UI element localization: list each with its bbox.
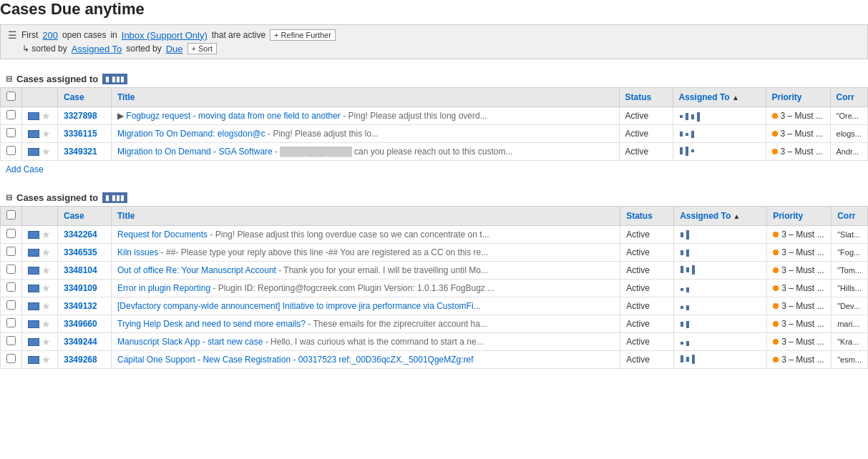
col-priority-header[interactable]: Priority [766, 88, 830, 107]
case-number-link[interactable]: 3349132 [64, 301, 97, 311]
col-status-header2[interactable]: Status [620, 207, 674, 226]
case-title-link[interactable]: Error in plugin Reporting [117, 283, 210, 293]
col-assigned-header[interactable]: Assigned To ▲ [673, 88, 766, 107]
email-icon [28, 231, 39, 239]
priority-cell: 3 – Must ... [766, 143, 830, 161]
title-excerpt: - ##- Please type your reply above this … [161, 247, 489, 257]
case-number-link[interactable]: 3342264 [64, 230, 97, 240]
priority-dot [773, 267, 779, 273]
avatar-bar [691, 149, 694, 152]
col-corr-header2[interactable]: Corr [832, 207, 868, 226]
star-icon[interactable]: ★ [42, 318, 51, 330]
star-icon[interactable]: ★ [42, 110, 51, 122]
star-icon[interactable]: ★ [42, 354, 51, 365]
row-checkbox[interactable] [6, 318, 16, 327]
star-icon[interactable]: ★ [42, 247, 51, 258]
refine-further-button[interactable]: + Refine Further [270, 29, 336, 41]
star-icon[interactable]: ★ [42, 282, 51, 294]
sort-field1-link[interactable]: Assigned To [72, 44, 122, 54]
status-cell: Active [620, 351, 674, 369]
avatar-bar [681, 232, 683, 237]
avatar-bar [691, 131, 694, 138]
filter-count-link[interactable]: 200 [42, 30, 58, 41]
row-checkbox[interactable] [6, 128, 16, 137]
star-icon[interactable]: ★ [42, 300, 51, 312]
priority-dot [773, 250, 779, 255]
col-title-header[interactable]: Title [112, 88, 620, 107]
select-all-checkbox1[interactable] [6, 92, 16, 101]
row-checkbox[interactable] [6, 229, 16, 238]
priority-dot [772, 149, 778, 154]
col-case-header[interactable]: Case [58, 88, 112, 107]
case-title-link[interactable]: [Devfactory company-wide announcement] I… [117, 301, 481, 311]
filter-inbox-link[interactable]: Inbox (Support Only) [122, 30, 208, 41]
star-icon[interactable]: ★ [42, 265, 51, 276]
star-icon[interactable]: ★ [42, 229, 51, 240]
row-checkbox[interactable] [6, 110, 16, 119]
row-checkbox[interactable] [6, 300, 16, 310]
col-corr-header[interactable]: Corr [830, 88, 867, 107]
select-all-checkbox2[interactable] [6, 210, 16, 219]
corr-cell: "Tom... [832, 262, 868, 280]
col-check-header[interactable] [1, 88, 22, 107]
case-title-link[interactable]: Trying Help Desk and need to send more e… [117, 319, 306, 329]
row-checkbox[interactable] [6, 247, 16, 256]
col-icons-header2 [22, 207, 58, 226]
avatar-bar [681, 288, 683, 291]
assigned-cell [674, 333, 767, 351]
row-checkbox[interactable] [6, 336, 16, 345]
col-check-header2[interactable] [1, 207, 22, 226]
case-number-link[interactable]: 3336115 [64, 129, 97, 139]
case-number-link[interactable]: 3349268 [64, 355, 97, 365]
case-number-link[interactable]: 3346535 [64, 247, 97, 257]
star-icon[interactable]: ★ [42, 146, 51, 157]
priority-dot [773, 321, 779, 327]
email-icon [28, 130, 39, 138]
table-row: ★ 3336115 Migration To On Demand: elogsd… [1, 125, 868, 143]
case-number-link[interactable]: 3349109 [64, 283, 97, 293]
priority-dot [773, 357, 779, 362]
sort-field2-link[interactable]: Due [166, 44, 183, 54]
assigned-cell [674, 262, 767, 280]
case-title-link[interactable]: Manuscript Slack App - start new case [117, 337, 263, 347]
section1-toggle[interactable]: ⊟ [6, 74, 12, 84]
status-cell: Active [620, 262, 674, 280]
avatar-bar [692, 355, 695, 364]
col-case-header2[interactable]: Case [58, 207, 112, 226]
col-assigned-header2[interactable]: Assigned To ▲ [674, 207, 767, 226]
star-icon[interactable]: ★ [42, 336, 51, 347]
row-checkbox[interactable] [6, 265, 16, 274]
email-icon [28, 356, 39, 364]
row-checkbox[interactable] [6, 354, 16, 363]
priority-cell: 3 – Must ... [767, 262, 832, 280]
status-cell: Active [620, 226, 674, 244]
case-number-link[interactable]: 3327898 [64, 111, 97, 121]
sort-button[interactable]: + Sort [187, 43, 218, 54]
case-number-link[interactable]: 3349244 [64, 337, 97, 347]
case-number-link[interactable]: 3349660 [64, 319, 97, 329]
case-title-link[interactable]: Fogbugz request - moving data from one f… [126, 111, 341, 121]
case-number-link[interactable]: 3348104 [64, 265, 97, 275]
case-title-link[interactable]: Out of office Re: Your Manuscript Accoun… [117, 265, 276, 275]
table-row: ★ 3346535 Kiln issues - ##- Please type … [1, 244, 868, 262]
add-case-row: Add Case [0, 161, 868, 178]
star-icon[interactable]: ★ [42, 128, 51, 139]
corr-cell: "Slat... [832, 226, 868, 244]
col-title-header2[interactable]: Title [112, 207, 620, 226]
col-status-header[interactable]: Status [619, 88, 673, 107]
col-priority-header2[interactable]: Priority [767, 207, 832, 226]
row-checkbox[interactable] [6, 146, 16, 155]
case-title-link[interactable]: Migration To On Demand: elogsdon@c [117, 129, 265, 139]
row-checkbox[interactable] [6, 282, 16, 292]
section2-toggle[interactable]: ⊟ [6, 193, 12, 202]
filter-description: First [21, 30, 38, 40]
table-row: ★ 3349268 Capital One Support - New Case… [1, 351, 868, 369]
title-excerpt: - Ping! Please adjust this long overdue … [210, 230, 489, 240]
case-title-link[interactable]: Kiln issues [117, 247, 158, 257]
case-title-link[interactable]: Capital One Support - New Case Registrat… [117, 355, 474, 365]
case-title-link[interactable]: Migration to On Demand - SGA Software [117, 147, 273, 157]
case-title-link[interactable]: Request for Documents [117, 230, 208, 240]
priority-dot [772, 113, 778, 119]
add-case-link[interactable]: Add Case [0, 161, 49, 178]
case-number-link[interactable]: 3349321 [64, 147, 97, 157]
